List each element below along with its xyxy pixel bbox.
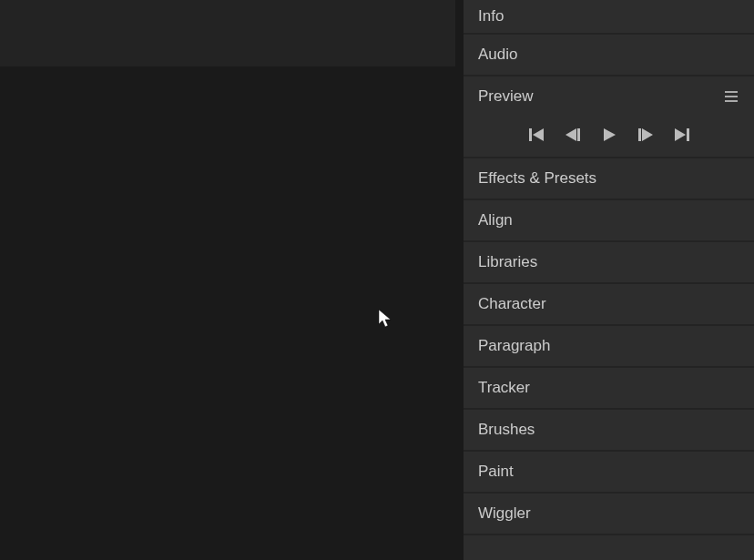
panel-wiggler[interactable]: Wiggler <box>464 494 754 534</box>
panel-empty-area <box>464 535 754 560</box>
panel-info-label: Info <box>478 7 504 25</box>
panel-align-label: Align <box>478 211 513 229</box>
panel-preview-header[interactable]: Preview <box>464 76 754 117</box>
panel-paint[interactable]: Paint <box>464 452 754 492</box>
main-top-panel <box>0 0 455 66</box>
panel-audio[interactable]: Audio <box>464 35 754 75</box>
previous-frame-button[interactable] <box>564 126 582 144</box>
panel-character[interactable]: Character <box>464 284 754 324</box>
first-frame-button[interactable] <box>527 126 545 144</box>
panel-info[interactable]: Info <box>464 0 754 33</box>
play-button[interactable] <box>600 126 618 144</box>
hamburger-menu-icon[interactable] <box>725 91 738 102</box>
next-frame-button[interactable] <box>637 126 655 144</box>
panel-libraries[interactable]: Libraries <box>464 242 754 282</box>
panel-brushes-label: Brushes <box>478 421 535 439</box>
panel-wiggler-label: Wiggler <box>478 504 531 523</box>
svg-rect-0 <box>529 128 532 141</box>
panel-preview-label: Preview <box>478 87 533 106</box>
panel-audio-label: Audio <box>478 46 517 64</box>
svg-marker-2 <box>566 128 576 141</box>
svg-rect-8 <box>687 128 689 141</box>
panel-brushes[interactable]: Brushes <box>464 410 754 450</box>
panel-preview: Preview <box>464 76 754 157</box>
svg-rect-5 <box>638 128 641 141</box>
preview-playback-controls <box>464 117 754 157</box>
panel-tracker[interactable]: Tracker <box>464 368 754 408</box>
panel-align[interactable]: Align <box>464 200 754 240</box>
last-frame-button[interactable] <box>673 126 691 144</box>
panel-paint-label: Paint <box>478 463 514 481</box>
main-viewport <box>0 0 455 560</box>
svg-marker-1 <box>533 128 544 141</box>
svg-marker-7 <box>675 128 686 141</box>
panel-character-label: Character <box>478 295 546 313</box>
svg-marker-6 <box>642 128 653 141</box>
panel-paragraph-label: Paragraph <box>478 337 550 355</box>
right-panel-stack: Info Audio Preview <box>464 0 754 560</box>
panel-libraries-label: Libraries <box>478 253 537 271</box>
panel-tracker-label: Tracker <box>478 379 530 397</box>
svg-rect-3 <box>577 128 580 141</box>
panel-effects-presets[interactable]: Effects & Presets <box>464 158 754 199</box>
svg-marker-4 <box>604 128 616 141</box>
panel-effects-presets-label: Effects & Presets <box>478 169 596 188</box>
panel-paragraph[interactable]: Paragraph <box>464 326 754 366</box>
